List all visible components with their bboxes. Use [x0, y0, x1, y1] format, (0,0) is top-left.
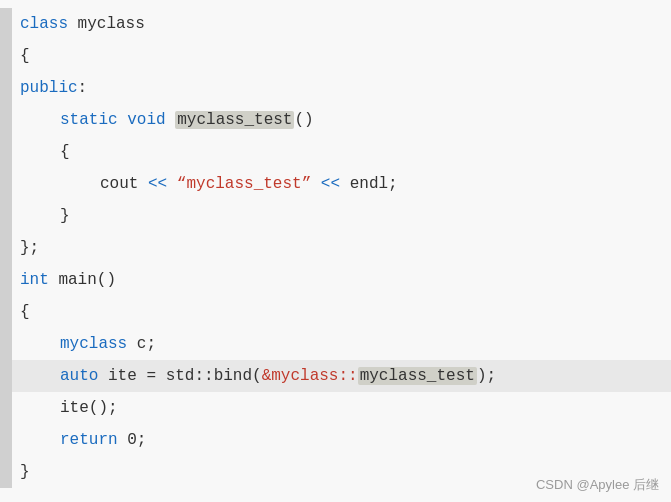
line-gutter-1 — [0, 8, 12, 40]
line-content-4: static void myclass_test() — [0, 105, 314, 135]
operator-out-1: << — [148, 175, 177, 193]
line-content-14: return 0; — [0, 425, 146, 455]
line-content-13: ite(); — [0, 393, 118, 423]
line-gutter-9 — [0, 264, 12, 296]
var-c: c; — [137, 335, 156, 353]
code-line-5: { — [0, 136, 671, 168]
code-line-3: public: — [0, 72, 671, 104]
code-line-6: cout << “myclass_test” << endl; — [0, 168, 671, 200]
string-literal: “myclass_test” — [177, 175, 321, 193]
code-line-10: { — [0, 296, 671, 328]
line-content-12: auto ite = std::bind(&myclass::myclass_t… — [0, 361, 496, 391]
line-gutter-14 — [0, 424, 12, 456]
addr-myclass: &myclass:: — [262, 367, 358, 385]
cout-keyword: cout — [100, 175, 148, 193]
endl-keyword: endl; — [350, 175, 398, 193]
method-name-2: myclass_test — [358, 367, 477, 385]
line-gutter-8 — [0, 232, 12, 264]
keyword-public: public — [20, 79, 78, 97]
line-content-9: int main() — [0, 265, 116, 295]
line-gutter-5 — [0, 136, 12, 168]
line-gutter-3 — [0, 72, 12, 104]
code-line-12: auto ite = std::bind(&myclass::myclass_t… — [0, 360, 671, 392]
assign-op: = — [146, 367, 165, 385]
brace-close-main: } — [20, 463, 30, 481]
code-line-13: ite(); — [0, 392, 671, 424]
code-line-14: return 0; — [0, 424, 671, 456]
line-content-3: public: — [0, 73, 87, 103]
line-gutter-6 — [0, 168, 12, 200]
code-line-4: static void myclass_test() — [0, 104, 671, 136]
keyword-void: void — [127, 111, 175, 129]
line-gutter-10 — [0, 296, 12, 328]
code-line-1: class myclass — [0, 8, 671, 40]
code-line-8: }; — [0, 232, 671, 264]
code-container: class myclass { public: static void mycl… — [0, 0, 671, 502]
keyword-auto: auto — [60, 367, 108, 385]
line-content-11: myclass c; — [0, 329, 156, 359]
line-content-6: cout << “myclass_test” << endl; — [0, 169, 398, 199]
brace-open-1: { — [20, 47, 30, 65]
main-func: main() — [58, 271, 116, 289]
keyword-static: static — [60, 111, 127, 129]
code-line-11: myclass c; — [0, 328, 671, 360]
brace-open-main: { — [20, 303, 30, 321]
line-gutter-4 — [0, 104, 12, 136]
method-name-1: myclass_test — [175, 111, 294, 129]
type-myclass: myclass — [60, 335, 137, 353]
watermark: CSDN @Apylee 后继 — [536, 476, 659, 494]
code-line-7: } — [0, 200, 671, 232]
keyword-class: class — [20, 15, 78, 33]
code-line-2: { — [0, 40, 671, 72]
line-content-1: class myclass — [0, 9, 145, 39]
ite-call: ite(); — [60, 399, 118, 417]
colon-1: : — [78, 79, 88, 97]
line-gutter-12 — [0, 360, 12, 392]
class-name: myclass — [78, 15, 145, 33]
line-gutter-11 — [0, 328, 12, 360]
return-val: 0; — [127, 431, 146, 449]
brace-close-2: } — [60, 207, 70, 225]
line-gutter-2 — [0, 40, 12, 72]
parens-1: () — [294, 111, 313, 129]
line-gutter-7 — [0, 200, 12, 232]
brace-open-2: { — [60, 143, 70, 161]
var-ite: ite — [108, 367, 146, 385]
keyword-return: return — [60, 431, 127, 449]
code-line-9: int main() — [0, 264, 671, 296]
class-end: }; — [20, 239, 39, 257]
bind-close: ); — [477, 367, 496, 385]
keyword-int: int — [20, 271, 58, 289]
line-gutter-13 — [0, 392, 12, 424]
operator-out-2: << — [321, 175, 350, 193]
std-bind: std::bind( — [166, 367, 262, 385]
line-gutter-15 — [0, 456, 12, 488]
